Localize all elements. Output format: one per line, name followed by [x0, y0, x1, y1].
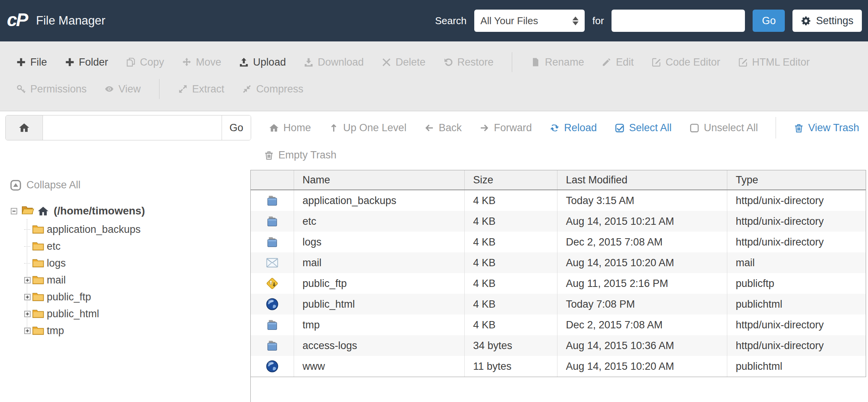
toolbar-item-upload[interactable]: Upload: [239, 56, 286, 68]
expander-plus-icon[interactable]: [23, 311, 31, 317]
restore-icon: [443, 57, 453, 67]
nav-link-select-all[interactable]: Select All: [615, 122, 672, 134]
nav-link-unselect-all: Unselect All: [689, 122, 758, 134]
checkbox-checked-icon: [615, 123, 625, 133]
toolbar-item-label: Copy: [140, 56, 164, 68]
toolbar-item-folder[interactable]: Folder: [65, 56, 108, 68]
eye-icon: [104, 84, 114, 94]
tree-item-public-ftp[interactable]: public_ftp: [0, 288, 141, 305]
column-header-size[interactable]: Size: [464, 170, 557, 189]
column-header-last-modified[interactable]: Last Modified: [557, 170, 727, 189]
toolbar-item-compress: Compress: [242, 83, 303, 95]
column-header-type[interactable]: Type: [727, 170, 866, 189]
table-row-etc[interactable]: etc4 KBAug 14, 2015 10:21 AMhttpd/unix-d…: [251, 211, 866, 232]
cell-type: publichtml: [727, 294, 866, 315]
publicftp-icon: [265, 277, 279, 290]
cell-type: httpd/unix-directory: [727, 232, 866, 252]
toolbar-item-restore: Restore: [443, 56, 494, 68]
expander-plus-icon[interactable]: [23, 328, 31, 334]
globe-icon: [265, 297, 279, 311]
back-arrow-icon: [424, 123, 434, 133]
settings-button[interactable]: Settings: [792, 10, 862, 32]
tree-item-mail[interactable]: mail: [0, 272, 141, 288]
tree-item-label: mail: [47, 274, 66, 286]
toolbar-item-label: HTML Editor: [752, 56, 810, 68]
toolbar-item-label: Upload: [253, 56, 286, 68]
table-row-public-ftp[interactable]: public_ftp4 KBAug 11, 2015 2:16 PMpublic…: [251, 273, 866, 294]
folder-blue-icon: [265, 235, 279, 249]
table-row-logs[interactable]: logs4 KBDec 2, 2015 7:08 AMhttpd/unix-di…: [251, 232, 866, 252]
column-header-name[interactable]: Name: [294, 170, 464, 189]
toolbar-item-label: Compress: [256, 83, 303, 95]
cell-name: access-logs: [294, 335, 464, 356]
cell-last-modified: Aug 14, 2015 10:36 AM: [557, 335, 727, 356]
table-row-www[interactable]: www11 bytesAug 14, 2015 10:20 AMpublicht…: [251, 356, 866, 377]
cell-last-modified: Dec 2, 2015 7:08 AM: [557, 315, 727, 335]
toolbar-item-edit: Edit: [602, 56, 634, 68]
toolbar-item-label: Code Editor: [666, 56, 720, 68]
cell-last-modified: Aug 14, 2015 10:21 AM: [557, 211, 727, 232]
tree-item-logs[interactable]: logs: [0, 255, 141, 272]
folder-icon: [32, 274, 44, 286]
move-icon: [182, 57, 192, 67]
cell-size: 4 KB: [464, 294, 557, 315]
expander-plus-icon[interactable]: [23, 277, 31, 283]
collapse-all-button[interactable]: Collapse All: [10, 179, 81, 191]
tree-item-application-backups[interactable]: application_backups: [0, 221, 141, 238]
toolbar-item-permissions: Permissions: [16, 83, 87, 95]
table-row-tmp[interactable]: tmp4 KBDec 2, 2015 7:08 AMhttpd/unix-dir…: [251, 315, 866, 335]
tree-item-label: tmp: [47, 325, 64, 337]
table-row-mail[interactable]: mail4 KBAug 14, 2015 10:20 AMmail: [251, 252, 866, 273]
path-go-button[interactable]: Go: [222, 115, 251, 140]
expander-minus-icon[interactable]: [11, 208, 17, 214]
cell-type: httpd/unix-directory: [727, 335, 866, 356]
search-scope-select[interactable]: All Your Files: [474, 10, 585, 32]
nav-link-home: Home: [269, 122, 311, 134]
folder-icon: [32, 224, 44, 236]
toolbar-item-label: Extract: [192, 83, 224, 95]
toolbar-item-extract: Extract: [178, 83, 224, 95]
cell-type: httpd/unix-directory: [727, 315, 866, 335]
toolbar-divider: [512, 52, 512, 72]
folder-icon: [32, 325, 44, 337]
cell-last-modified: Today 3:15 AM: [557, 190, 727, 211]
toolbar-divider: [159, 79, 159, 99]
toolbar-item-label: Download: [318, 56, 364, 68]
toolbar-item-download: Download: [304, 56, 364, 68]
table-row-application-backups[interactable]: application_backups4 KBToday 3:15 AMhttp…: [251, 190, 866, 211]
plus-icon: [65, 57, 75, 67]
tree-root-home[interactable]: (/home/timowens): [11, 204, 145, 217]
toolbar-item-label: Folder: [79, 56, 108, 68]
path-input[interactable]: [43, 115, 222, 140]
edit-square-icon: [651, 57, 661, 67]
nav-link-label: Home: [283, 122, 311, 134]
up-arrow-icon: [329, 123, 339, 133]
expander-plus-icon[interactable]: [23, 294, 31, 300]
toolbar-item-file[interactable]: File: [16, 56, 47, 68]
nav-link-reload[interactable]: Reload: [549, 122, 597, 134]
cell-size: 4 KB: [464, 315, 557, 335]
directory-tree-sidebar: Collapse All (/home/timowens) applicatio…: [0, 170, 250, 402]
search-go-button[interactable]: Go: [753, 10, 785, 32]
tree-items: application_backupsetclogsmailpublic_ftp…: [0, 221, 141, 339]
tree-connector: [23, 229, 31, 230]
cell-name: etc: [294, 211, 464, 232]
nav-link-label: Forward: [494, 122, 532, 134]
search-input[interactable]: [612, 10, 745, 32]
nav-link-view-trash[interactable]: View Trash: [794, 122, 859, 134]
tree-item-etc[interactable]: etc: [0, 238, 141, 255]
cell-size: 4 KB: [464, 232, 557, 252]
tree-item-tmp[interactable]: tmp: [0, 322, 141, 339]
edit-square-icon: [738, 57, 748, 67]
cell-type: httpd/unix-directory: [727, 190, 866, 211]
file-table-header: NameSizeLast ModifiedType: [251, 170, 866, 190]
tree-item-public-html[interactable]: public_html: [0, 305, 141, 322]
table-row-access-logs[interactable]: access-logs34 bytesAug 14, 2015 10:36 AM…: [251, 335, 866, 356]
table-row-public-html[interactable]: public_html4 KBToday 7:08 PMpublichtml: [251, 294, 866, 315]
navigation-bar: Go HomeUp One LevelBackForwardReloadSele…: [0, 111, 868, 170]
folder-open-icon: [21, 204, 34, 217]
nav-link-label: Reload: [564, 122, 597, 134]
mail-icon: [265, 256, 279, 270]
nav-link-back: Back: [424, 122, 462, 134]
path-home-button[interactable]: [6, 115, 43, 140]
